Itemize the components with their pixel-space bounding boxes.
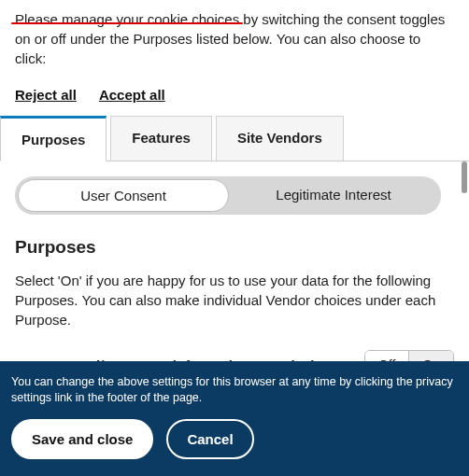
- seg-legitimate-interest[interactable]: Legitimate Interest: [229, 179, 438, 212]
- tab-features[interactable]: Features: [110, 116, 212, 161]
- tab-purposes[interactable]: Purposes: [0, 116, 107, 161]
- bulk-actions: Reject all Accept all: [15, 76, 454, 116]
- intro-text: Please manage your cookie choices by swi…: [15, 9, 454, 68]
- footer-buttons: Save and close Cancel: [11, 419, 458, 459]
- seg-user-consent[interactable]: User Consent: [18, 179, 229, 212]
- cancel-button[interactable]: Cancel: [166, 419, 253, 459]
- scrollbar-thumb[interactable]: [462, 161, 467, 193]
- highlight-annotation: [11, 22, 243, 24]
- consent-basis-switch: User Consent Legitimate Interest: [15, 176, 441, 215]
- reject-all-link[interactable]: Reject all: [15, 87, 77, 103]
- section-heading: Purposes: [15, 237, 454, 258]
- intro-copy: Please manage your cookie choices by swi…: [15, 11, 445, 66]
- tab-bar: Purposes Features Site Vendors: [0, 116, 469, 161]
- dialog-footer: You can change the above settings for th…: [0, 361, 469, 476]
- tab-site-vendors[interactable]: Site Vendors: [216, 116, 344, 161]
- dialog-body: Please manage your cookie choices by swi…: [0, 0, 469, 116]
- footer-note: You can change the above settings for th…: [11, 374, 458, 406]
- save-and-close-button[interactable]: Save and close: [11, 419, 153, 459]
- accept-all-link[interactable]: Accept all: [99, 87, 165, 103]
- tab-panel: User Consent Legitimate Interest Purpose…: [0, 161, 469, 395]
- section-description: Select 'On' if you are happy for us to u…: [15, 271, 454, 329]
